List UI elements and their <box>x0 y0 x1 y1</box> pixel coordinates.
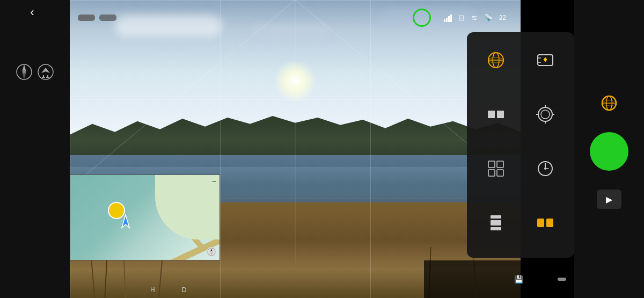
flight-data-bar: H D <box>150 286 186 294</box>
pano-menu <box>467 32 574 258</box>
sphere-icon <box>486 50 506 74</box>
svg-rect-41 <box>491 220 501 226</box>
map-minimize-button[interactable]: − <box>212 177 216 186</box>
storage-info: 💾 <box>514 275 525 284</box>
top-bar: ⊟ ≋ 📡 22 <box>70 0 521 35</box>
svg-rect-32 <box>488 170 495 176</box>
d-speed-display: D <box>182 286 187 294</box>
svg-point-24 <box>538 107 552 121</box>
svg-rect-44 <box>546 219 553 227</box>
drone-home-icon[interactable] <box>36 62 55 85</box>
d-speed-unit-label: D <box>182 286 187 294</box>
svg-rect-22 <box>488 111 495 118</box>
compass-icon[interactable] <box>14 62 34 85</box>
pano-item-mastershots[interactable] <box>522 38 569 89</box>
battery-indicator <box>413 9 431 27</box>
svg-rect-42 <box>491 227 501 230</box>
pano-item-180[interactable] <box>472 92 519 143</box>
h-speed-display: H <box>150 286 155 294</box>
quickshot-icon <box>536 105 555 128</box>
svg-rect-31 <box>497 161 503 168</box>
svg-marker-49 <box>122 215 129 228</box>
hyperlapse-icon <box>536 159 555 182</box>
svg-rect-43 <box>537 219 544 227</box>
svg-rect-23 <box>497 111 504 118</box>
svg-marker-19 <box>544 57 547 62</box>
gps-count: 22 <box>499 14 506 21</box>
pano-item-pano[interactable] <box>522 201 569 252</box>
mini-map[interactable]: − <box>70 175 220 260</box>
svg-rect-30 <box>488 161 495 168</box>
signal-icon <box>444 13 452 22</box>
pano-item-grandangle[interactable] <box>472 147 519 198</box>
h-speed-unit-label: H <box>150 286 155 294</box>
pano-item-hyperlapse[interactable] <box>522 147 569 198</box>
svg-point-4 <box>38 64 53 79</box>
globe-sidebar-button[interactable] <box>600 94 618 116</box>
pano-icon <box>536 213 555 236</box>
sd-icon: 💾 <box>514 275 523 284</box>
svg-rect-40 <box>491 215 501 219</box>
en-vol-button[interactable] <box>99 14 116 21</box>
pano-item-quickshot[interactable] <box>522 92 569 143</box>
pano-item-sphere[interactable] <box>472 38 519 89</box>
svg-point-25 <box>541 110 550 119</box>
svg-point-3 <box>23 70 26 74</box>
play-media-button[interactable]: ▶ <box>597 190 621 209</box>
svg-rect-33 <box>497 170 503 176</box>
rc-signal-icon: ≋ <box>471 13 478 22</box>
bottom-right-info: 💾 <box>424 260 574 298</box>
start-button[interactable] <box>590 132 628 171</box>
gps-icon: 📡 <box>484 13 493 21</box>
back-button[interactable]: ‹ <box>30 5 34 19</box>
remote-icon: ⊟ <box>458 13 465 22</box>
pano-item-vertical[interactable] <box>472 201 519 252</box>
right-sidebar: ▶ <box>574 0 644 298</box>
180-icon <box>486 105 506 128</box>
map-compass-icon <box>207 247 216 257</box>
play-icon: ▶ <box>606 194 612 205</box>
auto-badge[interactable] <box>558 278 566 281</box>
mastershots-icon <box>536 50 555 74</box>
c-mode-button[interactable] <box>78 14 95 21</box>
grandangle-icon <box>486 159 506 182</box>
left-sidebar: ‹ <box>0 0 70 298</box>
svg-marker-5 <box>41 68 50 73</box>
vertical-icon <box>486 213 506 236</box>
